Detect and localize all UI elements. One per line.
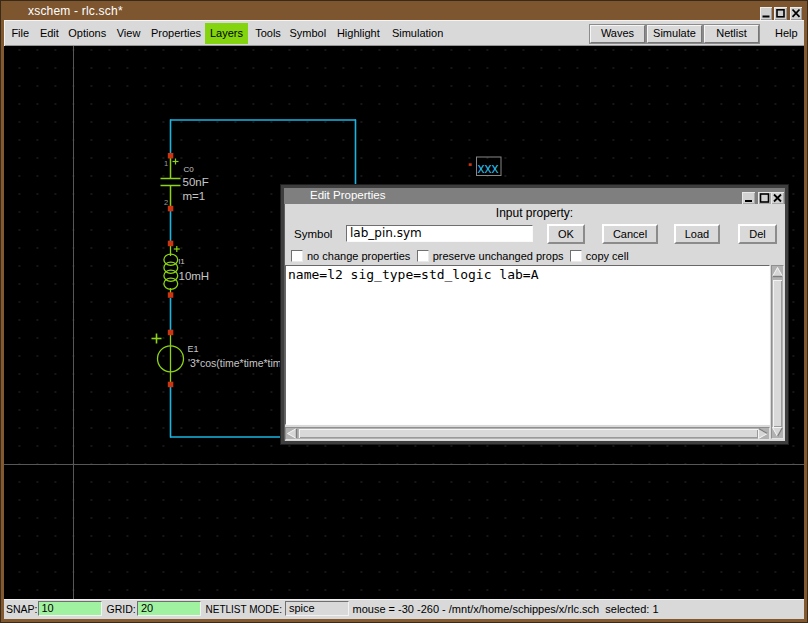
plus-polarity-icon — [152, 334, 162, 344]
horizontal-scrollbar[interactable] — [285, 427, 770, 440]
pin[interactable] — [168, 382, 174, 388]
pin[interactable] — [168, 153, 174, 159]
scroll-down-icon[interactable] — [772, 426, 783, 438]
inductor-value: 10mH — [179, 270, 210, 282]
menu-item-help[interactable]: Help — [775, 23, 798, 44]
netlist-mode-input[interactable] — [285, 601, 349, 617]
properties-textarea[interactable]: name=l2 sig_type=std_logic lab=A — [285, 265, 770, 425]
dialog-titlebar[interactable]: Edit Properties — [284, 188, 785, 204]
menu-item-file[interactable]: File — [11, 23, 29, 44]
menu-item-symbol[interactable]: Symbol — [289, 23, 326, 44]
horizontal-scrollbar-thumb[interactable] — [299, 429, 758, 438]
plus-polarity-icon — [174, 246, 180, 252]
netlist-button[interactable]: Netlist — [704, 25, 759, 43]
scroll-right-icon[interactable] — [757, 428, 769, 439]
menu-item-edit[interactable]: Edit — [40, 23, 59, 44]
capacitor-extra: m=1 — [183, 190, 206, 202]
plus-polarity-icon — [173, 159, 179, 165]
pin-number-2: 2 — [164, 198, 168, 207]
no-change-properties-label: no change properties — [307, 250, 410, 262]
menu-item-tools[interactable]: Tools — [255, 23, 281, 44]
pin[interactable] — [168, 292, 174, 298]
grid-label: GRID: — [107, 603, 136, 615]
statusbar-info: mouse = -30 -260 - /mnt/x/home/schippes/… — [353, 603, 659, 615]
cancel-button[interactable]: Cancel — [602, 224, 658, 244]
component-capacitor[interactable]: 1 2 C0 50nF m=1 — [161, 156, 209, 209]
input-property-label: Input property: — [284, 206, 785, 220]
preserve-unchanged-props-checkbox[interactable] — [417, 250, 429, 262]
app-window: xschem - rlc.sch* File Edit Options View… — [0, 0, 808, 623]
waves-button[interactable]: Waves — [590, 25, 645, 43]
dialog-close-icon[interactable] — [771, 192, 784, 204]
menu-item-simulation[interactable]: Simulation — [392, 23, 443, 44]
window-title: xschem - rlc.sch* — [28, 4, 123, 18]
statusbar: SNAP: GRID: NETLIST MODE: mouse = -30 -2… — [4, 599, 804, 619]
capacitor-name: C0 — [184, 165, 195, 174]
vertical-scrollbar-thumb[interactable] — [773, 280, 782, 427]
snap-input[interactable] — [38, 601, 103, 617]
maximize-icon[interactable] — [774, 7, 787, 20]
pin-label-text: xxx — [478, 160, 499, 176]
symbol-label: Symbol — [294, 228, 332, 240]
source-value: '3*cos(time*time*time* — [188, 357, 292, 369]
scroll-up-icon[interactable] — [772, 266, 783, 278]
copy-cell-checkbox[interactable] — [570, 250, 582, 262]
menu-item-highlight[interactable]: Highlight — [337, 23, 380, 44]
component-inductor[interactable]: l1 10mH — [164, 245, 209, 293]
simulate-button[interactable]: Simulate — [647, 25, 702, 43]
menubar: File Edit Options View Properties Layers… — [4, 20, 804, 46]
capacitor-value: 50nF — [183, 176, 209, 188]
dialog-maximize-icon[interactable] — [758, 192, 771, 204]
dialog-title: Edit Properties — [310, 189, 385, 201]
component-source[interactable]: E1 '3*cos(time*time*time* — [152, 334, 292, 384]
close-icon[interactable] — [790, 7, 802, 20]
symbol-input[interactable] — [346, 225, 533, 242]
menu-item-view[interactable]: View — [117, 23, 141, 44]
del-button[interactable]: Del — [738, 224, 777, 244]
copy-cell-label: copy cell — [586, 250, 629, 262]
source-name: E1 — [188, 344, 199, 354]
vertical-scrollbar[interactable] — [771, 265, 784, 439]
pin[interactable] — [168, 241, 174, 247]
dialog-minimize-icon[interactable] — [742, 192, 755, 204]
checkbox-row: no change properties preserve unchanged … — [291, 249, 635, 263]
titlebar[interactable]: xschem - rlc.sch* — [1, 1, 807, 20]
ok-button[interactable]: OK — [547, 224, 585, 244]
scroll-left-icon[interactable] — [286, 428, 298, 439]
inductor-name: l1 — [179, 257, 186, 266]
netlist-mode-label: NETLIST MODE: — [206, 604, 283, 615]
menu-item-layers[interactable]: Layers — [205, 23, 248, 44]
no-change-properties-checkbox[interactable] — [291, 250, 303, 262]
grid-input[interactable] — [137, 601, 201, 617]
menu-item-properties[interactable]: Properties — [151, 23, 201, 44]
pin-label-xxx[interactable]: xxx — [469, 157, 501, 176]
pin-number-1: 1 — [164, 159, 168, 168]
menu-item-options[interactable]: Options — [68, 23, 106, 44]
edit-properties-dialog: Edit Properties Input property: Symbol O… — [281, 185, 788, 444]
load-button[interactable]: Load — [674, 224, 720, 244]
preserve-unchanged-props-label: preserve unchanged props — [433, 250, 564, 262]
pin[interactable] — [168, 330, 174, 336]
pin[interactable] — [469, 163, 472, 166]
snap-label: SNAP: — [6, 603, 38, 615]
pin[interactable] — [168, 206, 174, 212]
minimize-icon[interactable] — [760, 7, 772, 20]
